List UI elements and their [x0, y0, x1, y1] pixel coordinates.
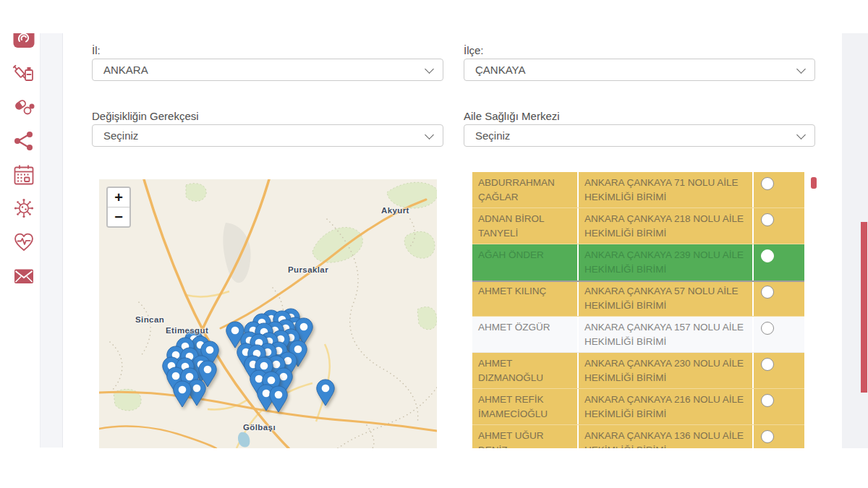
select-doctor-radio[interactable] [761, 286, 774, 299]
doctor-name-cell: ABDURRAHMAN ÇAĞLAR [472, 172, 577, 207]
unit-name-cell: ANKARA ÇANKAYA 230 NOLU AİLE HEKİMLİĞİ B… [577, 353, 752, 388]
asm-select-value: Seçiniz [475, 129, 510, 142]
chevron-down-icon [796, 130, 806, 140]
doctor-name-cell: AHMET DIZMANOĞLU [472, 353, 577, 388]
doctor-name-cell: AHMET KILINÇ [472, 281, 577, 316]
heart-pulse-icon[interactable] [13, 231, 35, 253]
unit-name-cell: ANKARA ÇANKAYA 239 NOLU AİLE HEKİMLİĞİ B… [577, 244, 752, 281]
doctor-name-cell: AHMET ÖZGÜR [472, 317, 577, 352]
calendar-icon[interactable] [13, 164, 35, 186]
select-doctor-radio[interactable] [761, 177, 774, 190]
unit-name-cell: ANKARA ÇANKAYA 136 NOLU AİLE HEKİMLİĞİ B… [577, 425, 752, 448]
doctor-table: ABDURRAHMAN ÇAĞLAR ANKARA ÇANKAYA 71 NOL… [472, 172, 804, 448]
radio-cell [752, 172, 804, 207]
il-select[interactable]: ANKARA [92, 59, 443, 81]
ilce-label: İlçe: [464, 44, 484, 56]
chevron-down-icon [796, 64, 806, 74]
map-marker-pin[interactable] [172, 380, 192, 408]
syringe-medicine-icon[interactable] [13, 61, 35, 83]
ilce-select[interactable]: ÇANKAYA [464, 59, 815, 81]
map-place-label: Pursaklar [288, 265, 328, 274]
table-row: AHMET KILINÇ ANKARA ÇANKAYA 57 NOLU AİLE… [472, 281, 804, 317]
attachment-icon[interactable] [13, 33, 35, 49]
doctor-name-cell: AHMET REFİK İMAMECİOĞLU [472, 389, 577, 424]
il-select-value: ANKARA [103, 64, 148, 76]
asm-select[interactable]: Seçiniz [464, 124, 815, 147]
table-row: AHMET DIZMANOĞLU ANKARA ÇANKAYA 230 NOLU… [472, 353, 804, 389]
table-scrollbar-thumb[interactable] [811, 177, 817, 189]
radio-cell [752, 353, 804, 388]
reason-select[interactable]: Seçiniz [92, 124, 443, 147]
select-doctor-radio[interactable] [761, 430, 774, 443]
ilce-select-value: ÇANKAYA [475, 64, 525, 76]
table-row: AHMET UĞUR DENİZ ANKARA ÇANKAYA 136 NOLU… [472, 425, 804, 448]
table-row: AHMET REFİK İMAMECİOĞLU ANKARA ÇANKAYA 2… [472, 389, 804, 425]
map-place-label: Etimesgut [166, 326, 208, 335]
radio-cell [752, 389, 804, 424]
map-place-label: Gölbaşı [243, 423, 276, 432]
map[interactable]: AkyurtPursaklarSincanEtimesgutGölbaşı [99, 179, 437, 448]
map-place-label: Sincan [135, 315, 164, 324]
table-row: AHMET ÖZGÜR ANKARA ÇANKAYA 157 NOLU AİLE… [472, 317, 804, 353]
chevron-down-icon [425, 130, 434, 140]
unit-name-cell: ANKARA ÇANKAYA 157 NOLU AİLE HEKİMLİĞİ B… [577, 317, 752, 352]
asm-label: Aile Sağlığı Merkezi [464, 110, 560, 122]
radio-cell [752, 208, 804, 244]
select-doctor-radio[interactable] [761, 213, 774, 226]
reason-label: Değişikliğin Gerekçesi [92, 110, 199, 122]
map-place-label: Akyurt [381, 206, 409, 215]
map-marker-pin[interactable] [268, 385, 289, 413]
radio-cell [752, 425, 804, 448]
share-icon[interactable] [13, 130, 35, 152]
page-scrollbar-thumb[interactable] [861, 222, 867, 393]
unit-name-cell: ANKARA ÇANKAYA 216 NOLU AİLE HEKİMLİĞİ B… [577, 389, 752, 424]
select-doctor-radio[interactable] [761, 322, 774, 335]
table-row: AĞAH ÖNDER ANKARA ÇANKAYA 239 NOLU AİLE … [472, 244, 804, 281]
chevron-down-icon [425, 64, 434, 74]
il-label: İl: [92, 44, 101, 56]
doctor-name-cell: AĞAH ÖNDER [472, 244, 577, 281]
virus-icon[interactable] [13, 197, 35, 219]
page-viewport: İl: ANKARA İlçe: ÇANKAYA Değişikliğin Ge… [0, 33, 868, 448]
sidebar-divider [40, 33, 63, 448]
doctor-name-cell: ADNAN BİROL TANYELİ [472, 208, 577, 244]
radio-cell [752, 317, 804, 352]
unit-name-cell: ANKARA ÇANKAYA 71 NOLU AİLE HEKİMLİĞİ Bİ… [577, 172, 752, 207]
unit-name-cell: ANKARA ÇANKAYA 218 NOLU AİLE HEKİMLİĞİ B… [577, 208, 752, 244]
select-doctor-radio[interactable] [761, 358, 774, 371]
zoom-out-button[interactable]: − [108, 207, 129, 226]
table-row: ABDURRAHMAN ÇAĞLAR ANKARA ÇANKAYA 71 NOL… [472, 172, 804, 208]
radio-cell [752, 281, 804, 316]
reason-select-value: Seçiniz [103, 129, 138, 142]
zoom-in-button[interactable]: + [108, 188, 129, 207]
select-doctor-radio[interactable] [761, 249, 774, 262]
table-row: ADNAN BİROL TANYELİ ANKARA ÇANKAYA 218 N… [472, 208, 804, 244]
map-zoom-control: + − [106, 187, 131, 228]
unit-name-cell: ANKARA ÇANKAYA 57 NOLU AİLE HEKİMLİĞİ Bİ… [577, 281, 752, 316]
radio-cell [752, 244, 804, 281]
page: İl: ANKARA İlçe: ÇANKAYA Değişikliğin Ge… [0, 0, 868, 488]
map-marker-pin[interactable] [315, 379, 336, 406]
doctor-name-cell: AHMET UĞUR DENİZ [472, 425, 577, 448]
pills-icon[interactable] [13, 95, 35, 117]
select-doctor-radio[interactable] [761, 394, 774, 407]
mail-icon[interactable] [13, 265, 35, 287]
